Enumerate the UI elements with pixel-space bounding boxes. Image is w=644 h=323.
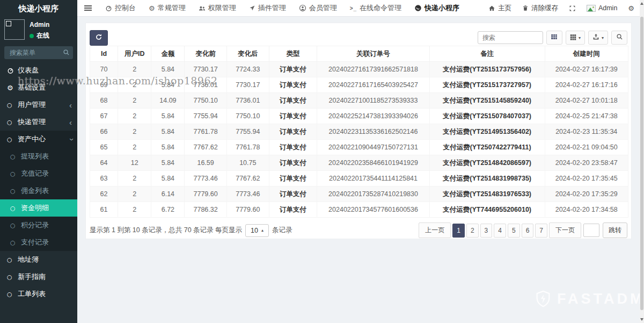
prev-page-button[interactable]: 上一页: [419, 222, 451, 238]
table-cell: 支付运费(YT2515145859240): [429, 93, 545, 109]
circle-icon: ○: [10, 188, 21, 194]
tab-permission-management[interactable]: 权限管理: [192, 0, 243, 16]
column-header-0[interactable]: Id: [90, 46, 118, 62]
table-footer: 显示第 1 到第 10 条记录，总共 70 条记录 每页显示 10 ▴ 条记录 …: [86, 218, 631, 238]
sidebar-subitem-points-records[interactable]: ○积分记录: [0, 217, 77, 234]
table-row[interactable]: 6625.847761.787755.94订单支付202402231135336…: [90, 124, 628, 140]
page-jump-input[interactable]: [583, 224, 599, 237]
clear-cache-button[interactable]: 清除缓存: [517, 0, 564, 16]
scroll-up-arrow[interactable]: [640, 2, 643, 5]
tab-express-mini-program[interactable]: 快递小程序: [408, 0, 466, 16]
table-row[interactable]: 6226.147779.607773.46订单支付202402201735287…: [90, 186, 628, 202]
table-cell: 订单支付: [269, 109, 317, 124]
sidebar-item-express-management[interactable]: ○快递管理‹: [0, 113, 77, 131]
sidebar-subitem-fund-details[interactable]: ○资金明细: [0, 199, 77, 217]
search-submit-button[interactable]: [611, 31, 627, 45]
sidebar-subitem-withdraw-list[interactable]: ○提现列表: [0, 148, 77, 165]
scrollbar-thumb[interactable]: [640, 17, 643, 310]
tab-console[interactable]: 控制台: [99, 0, 142, 16]
page-button-2[interactable]: 2: [466, 224, 479, 238]
table-cell: 2: [118, 109, 151, 124]
table-cell: 202402210904497150727131: [317, 140, 430, 155]
table-cell: 5.84: [151, 62, 185, 77]
table-cell: 7767.62: [185, 140, 226, 155]
table-cell: 16.59: [185, 155, 226, 171]
sidebar-item-address-book[interactable]: ○地址簿: [0, 251, 77, 268]
table-cell: 支付运费(YT2515173757956): [429, 62, 545, 77]
sidebar: 快递小程序 Admin 在线 仪表盘⚙基础设置○用户管理‹○快递管理‹○资产中心…: [0, 0, 77, 323]
column-header-3[interactable]: 变化前: [185, 46, 226, 62]
table-cell: 订单支付: [269, 93, 317, 109]
table-cell: 2: [118, 186, 151, 202]
sidebar-subitem-recharge-records[interactable]: ○充值记录: [0, 165, 77, 182]
scroll-down-arrow[interactable]: [640, 318, 643, 321]
column-header-6[interactable]: 关联订单号: [317, 46, 430, 62]
circle-icon: ○: [10, 240, 21, 246]
table-cell: 202402201734577601600536: [317, 202, 430, 218]
tab-online-command-management[interactable]: >_在线命令管理: [343, 0, 408, 16]
home-link[interactable]: 主页: [483, 0, 517, 16]
table-cell: 2024-02-20 23:58:47: [545, 155, 628, 171]
page-button-6[interactable]: 6: [522, 224, 534, 238]
next-page-button[interactable]: 下一页: [549, 222, 581, 238]
sidebar-subitem-payment-records[interactable]: ○支付记录: [0, 234, 77, 251]
page-button-5[interactable]: 5: [508, 224, 520, 238]
tab-member-management[interactable]: 会员管理: [292, 0, 343, 16]
table-row[interactable]: 6325.847773.467767.62订单支付202402201735441…: [90, 171, 628, 186]
column-header-4[interactable]: 变化后: [226, 46, 269, 62]
chevron-left-icon: ‹: [69, 118, 72, 126]
table-search-input[interactable]: [478, 31, 543, 44]
fullscreen-button[interactable]: [564, 0, 581, 16]
column-header-1[interactable]: 用户ID: [118, 46, 151, 62]
column-header-5[interactable]: 类型: [269, 46, 317, 62]
sidebar-item-user-management[interactable]: ○用户管理‹: [0, 96, 77, 113]
table-row[interactable]: 68214.097750.107736.01订单支付20240227100118…: [90, 93, 628, 109]
table-cell: 订单支付: [269, 155, 317, 171]
table-row[interactable]: 6126.727786.327779.60订单支付202402201734577…: [90, 202, 628, 218]
sidebar-item-dashboard[interactable]: 仪表盘: [0, 62, 77, 79]
table-cell: 5.84: [151, 109, 185, 124]
page-button-3[interactable]: 3: [480, 224, 493, 238]
table-row[interactable]: 6525.847767.627761.78订单支付202402210904497…: [90, 140, 628, 155]
sidebar-item-work-order-list[interactable]: ○工单列表: [0, 285, 77, 303]
settings-menu[interactable]: ⚙: [623, 0, 640, 16]
export-dropdown-button[interactable]: ▾: [588, 31, 608, 45]
refresh-button[interactable]: [90, 30, 108, 46]
sidebar-item-asset-center[interactable]: ○资产中心‹: [0, 131, 77, 148]
columns-dropdown-button[interactable]: ▾: [566, 31, 585, 45]
table-row[interactable]: 6925.847736.017730.17订单支付202402271617165…: [90, 77, 628, 93]
columns-grid-icon: [570, 34, 576, 42]
sidebar-item-beginner-guide[interactable]: ○新手指南: [0, 268, 77, 285]
page-size-select[interactable]: 10 ▴: [245, 224, 269, 237]
page-button-1[interactable]: 1: [452, 224, 465, 238]
table-cell: 10.75: [226, 155, 269, 171]
column-header-7[interactable]: 备注: [429, 46, 545, 62]
sidebar-toggle-button[interactable]: [77, 0, 99, 16]
caret-down-icon: ▾: [602, 35, 604, 40]
table-cell: 支付运费(YT2507422779411): [429, 140, 545, 155]
table-cell: 70: [90, 62, 118, 77]
table-row[interactable]: 6725.847755.947750.10订单支付202402252147381…: [90, 109, 628, 124]
table-cell: 69: [90, 77, 118, 93]
column-header-2[interactable]: 金额: [151, 46, 185, 62]
circle-icon: ○: [10, 222, 21, 228]
table-cell: 支付运费(YT2515173727957): [429, 77, 545, 93]
common-search-toggle-button[interactable]: [546, 31, 562, 45]
table-cell: 7773.46: [185, 171, 226, 186]
table-row[interactable]: 64125.8416.5910.75订单支付202402202358466101…: [90, 155, 628, 171]
page-jump-button[interactable]: 跳转: [603, 222, 627, 238]
terminal-icon: >_: [350, 5, 357, 11]
pagination-info-suffix: 条记录: [272, 226, 292, 235]
table-cell: 2: [118, 171, 151, 186]
sidebar-subitem-commission-list[interactable]: ○佣金列表: [0, 182, 77, 199]
admin-menu[interactable]: Admin: [581, 0, 623, 16]
page-button-7[interactable]: 7: [535, 224, 547, 238]
column-header-8[interactable]: 创建时间: [545, 46, 628, 62]
tab-general-management[interactable]: ⚙常规管理: [142, 0, 192, 16]
circle-icon: ○: [7, 274, 18, 280]
sidebar-item-basic-config[interactable]: ⚙基础设置: [0, 79, 77, 96]
page-button-4[interactable]: 4: [494, 224, 506, 238]
user-name: Admin: [30, 21, 49, 28]
tab-plugin-management[interactable]: 插件管理: [243, 0, 292, 16]
table-row[interactable]: 7025.847730.177724.33订单支付202402271617391…: [90, 62, 628, 77]
